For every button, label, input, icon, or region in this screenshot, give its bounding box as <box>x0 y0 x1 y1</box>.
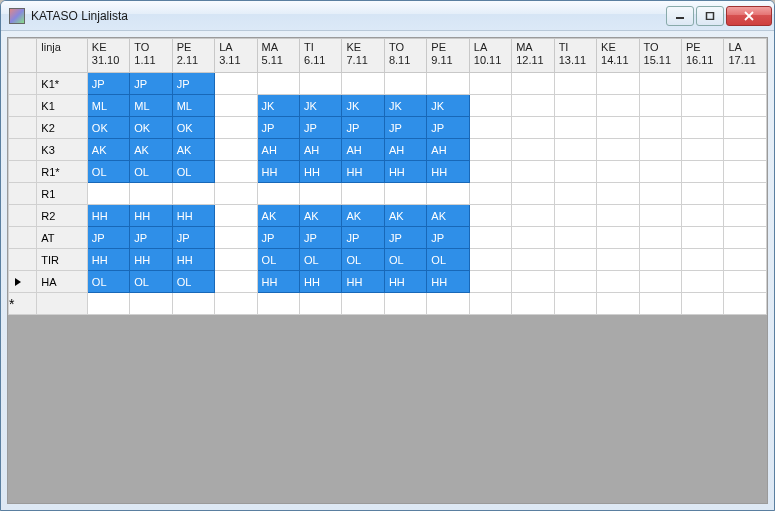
grid-cell[interactable]: HH <box>300 271 342 293</box>
grid-cell[interactable] <box>384 73 426 95</box>
grid-cell[interactable]: JP <box>342 117 384 139</box>
minimize-button[interactable] <box>666 6 694 26</box>
linja-cell[interactable]: AT <box>37 227 88 249</box>
grid-cell[interactable]: JK <box>427 95 469 117</box>
grid-cell[interactable] <box>512 249 554 271</box>
grid-cell[interactable] <box>469 249 511 271</box>
grid-cell[interactable] <box>639 161 681 183</box>
column-header[interactable]: TI6.11 <box>300 39 342 73</box>
grid-cell[interactable]: HH <box>342 271 384 293</box>
grid-cell[interactable]: OL <box>384 249 426 271</box>
grid-cell[interactable] <box>384 293 426 315</box>
grid-cell[interactable] <box>554 271 596 293</box>
grid-cell[interactable] <box>215 117 257 139</box>
grid-cell[interactable] <box>469 227 511 249</box>
grid-cell[interactable]: HH <box>427 271 469 293</box>
close-button[interactable] <box>726 6 772 26</box>
grid-cell[interactable] <box>554 227 596 249</box>
grid-cell[interactable] <box>597 95 639 117</box>
grid-cell[interactable] <box>639 117 681 139</box>
grid-cell[interactable]: HH <box>172 249 214 271</box>
grid-cell[interactable]: OL <box>172 271 214 293</box>
grid-cell[interactable]: JP <box>257 227 299 249</box>
grid-cell[interactable] <box>681 73 723 95</box>
grid-cell[interactable]: HH <box>257 271 299 293</box>
grid-cell[interactable] <box>512 73 554 95</box>
grid-cell[interactable] <box>597 271 639 293</box>
grid-cell[interactable]: AK <box>300 205 342 227</box>
grid-cell[interactable] <box>554 293 596 315</box>
linja-cell[interactable]: R1 <box>37 183 88 205</box>
grid-cell[interactable] <box>215 95 257 117</box>
grid-cell[interactable]: OL <box>172 161 214 183</box>
grid-cell[interactable]: JP <box>87 227 129 249</box>
linja-header[interactable]: linja <box>37 39 88 73</box>
grid-cell[interactable] <box>87 183 129 205</box>
grid-cell[interactable] <box>257 293 299 315</box>
grid-cell[interactable] <box>681 249 723 271</box>
grid-cell[interactable] <box>639 205 681 227</box>
grid-cell[interactable]: JP <box>87 73 129 95</box>
grid-cell[interactable]: JP <box>172 73 214 95</box>
grid-cell[interactable]: OK <box>87 117 129 139</box>
grid-cell[interactable] <box>724 117 767 139</box>
grid-cell[interactable]: OL <box>130 271 172 293</box>
grid-cell[interactable] <box>512 205 554 227</box>
grid-cell[interactable]: HH <box>384 161 426 183</box>
grid-cell[interactable]: JP <box>300 227 342 249</box>
row-header[interactable] <box>9 73 37 95</box>
grid-cell[interactable] <box>554 249 596 271</box>
column-header[interactable]: PE9.11 <box>427 39 469 73</box>
grid-cell[interactable] <box>215 205 257 227</box>
grid-cell[interactable] <box>215 271 257 293</box>
grid-cell[interactable] <box>512 183 554 205</box>
grid-cell[interactable]: JP <box>427 227 469 249</box>
grid-cell[interactable]: HH <box>342 161 384 183</box>
grid-cell[interactable] <box>554 117 596 139</box>
grid-cell[interactable] <box>215 139 257 161</box>
grid-cell[interactable]: HH <box>300 161 342 183</box>
grid-cell[interactable] <box>427 293 469 315</box>
grid-cell[interactable] <box>215 293 257 315</box>
row-header[interactable] <box>9 139 37 161</box>
grid-cell[interactable]: AK <box>172 139 214 161</box>
linja-cell[interactable]: HA <box>37 271 88 293</box>
grid-cell[interactable]: JP <box>257 117 299 139</box>
grid-cell[interactable]: AH <box>384 139 426 161</box>
grid-cell[interactable]: JK <box>300 95 342 117</box>
grid-cell[interactable]: OL <box>300 249 342 271</box>
grid-cell[interactable]: OL <box>130 161 172 183</box>
grid-cell[interactable] <box>300 73 342 95</box>
linja-cell[interactable]: TIR <box>37 249 88 271</box>
grid-cell[interactable] <box>597 161 639 183</box>
grid-cell[interactable] <box>342 73 384 95</box>
grid-cell[interactable] <box>512 117 554 139</box>
grid-cell[interactable] <box>512 95 554 117</box>
column-header[interactable]: MA5.11 <box>257 39 299 73</box>
grid-cell[interactable]: OL <box>427 249 469 271</box>
grid-cell[interactable] <box>681 117 723 139</box>
grid-cell[interactable] <box>130 293 172 315</box>
row-header[interactable] <box>9 205 37 227</box>
row-header[interactable] <box>9 183 37 205</box>
column-header[interactable]: KE31.10 <box>87 39 129 73</box>
column-header[interactable]: LA17.11 <box>724 39 767 73</box>
grid-cell[interactable] <box>597 117 639 139</box>
grid-cell[interactable]: AK <box>257 205 299 227</box>
grid-cell[interactable] <box>639 73 681 95</box>
grid-cell[interactable]: OL <box>87 161 129 183</box>
grid-cell[interactable]: AK <box>384 205 426 227</box>
column-header[interactable]: TI13.11 <box>554 39 596 73</box>
grid-cell[interactable]: AK <box>130 139 172 161</box>
grid-cell[interactable] <box>724 73 767 95</box>
grid-cell[interactable] <box>384 183 426 205</box>
grid-cell[interactable] <box>681 293 723 315</box>
grid-cell[interactable] <box>597 183 639 205</box>
column-header[interactable]: TO8.11 <box>384 39 426 73</box>
column-header[interactable]: PE2.11 <box>172 39 214 73</box>
grid-cell[interactable]: OL <box>87 271 129 293</box>
grid-cell[interactable] <box>724 139 767 161</box>
grid-cell[interactable]: OL <box>342 249 384 271</box>
grid-cell[interactable]: AH <box>342 139 384 161</box>
grid-cell[interactable] <box>554 139 596 161</box>
